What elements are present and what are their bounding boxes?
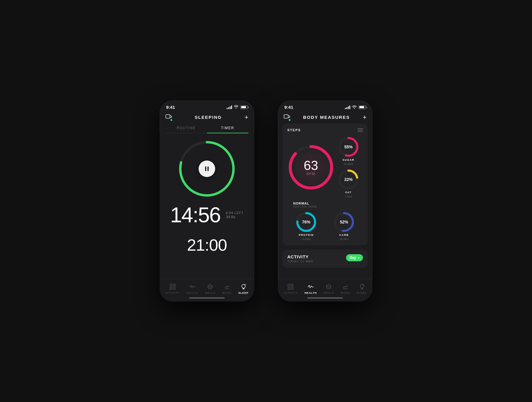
nav-items-2: ACTIVITY HEALTH: [278, 282, 372, 296]
status-bar-1: 9:41: [160, 100, 254, 112]
app-header-1: SLEEPING +: [160, 112, 254, 124]
status-dot-2: [289, 119, 291, 121]
nav-item-activity-1[interactable]: ACTIVITY: [163, 282, 182, 296]
header-title-1: SLEEPING: [195, 115, 222, 120]
nav-item-sleep-2[interactable]: SLEEP: [354, 282, 369, 296]
nav-label-activity-2: ACTIVITY: [283, 291, 298, 294]
phone-health: 9:41: [278, 100, 372, 302]
bpm-status: NORMAL RESTING MODE: [287, 202, 363, 208]
tabs-1: ROUTINE TIMER: [166, 124, 248, 133]
signal-icon-2: [345, 106, 350, 109]
wifi-icon-2: [352, 105, 357, 110]
protein-pct: 76%: [302, 220, 310, 224]
nav-item-meals-1[interactable]: MEALS: [203, 282, 218, 296]
svg-point-25: [327, 285, 331, 287]
timer-total: 21:00: [187, 235, 227, 255]
activity-icon-1: [169, 283, 176, 290]
nav-label-health-2: HEALTH: [304, 291, 317, 294]
protein-ring: 76%: [296, 212, 317, 232]
timer-left: 6:04 LEFT: [226, 211, 244, 215]
add-button-2[interactable]: +: [363, 114, 366, 121]
protein-value: 15.5MG: [301, 238, 311, 241]
svg-rect-24: [291, 287, 293, 289]
carb-ring: 52%: [334, 212, 354, 232]
bpm-normal-label: NORMAL: [293, 202, 363, 205]
carb-value: 25.3KG: [340, 238, 349, 241]
nav-label-work-2: WORK: [340, 291, 350, 294]
carb-label: CARB: [339, 234, 349, 236]
timer-row: 14:56 6:04 LEFT 34:8s: [160, 204, 254, 226]
svg-rect-4: [173, 284, 175, 286]
timer-sub: 34:8s: [226, 215, 235, 219]
phones-container: 9:41: [160, 100, 372, 302]
activity-title-block: ACTIVITY TODAY, 21 MAR: [287, 254, 313, 263]
svg-rect-10: [284, 115, 288, 118]
phone-sleeping: 9:41: [160, 100, 254, 302]
day-btn-label: Day: [350, 256, 356, 260]
sleep-icon-2: [358, 283, 365, 290]
sleep-icon-1: [240, 283, 247, 290]
home-indicator-2: [307, 297, 343, 299]
fat-pct: 22%: [344, 177, 353, 182]
svg-rect-6: [173, 287, 175, 289]
status-icons-2: [345, 105, 366, 110]
app-logo-icon[interactable]: [166, 114, 172, 121]
nav-label-health-1: HEALTH: [186, 291, 198, 294]
battery-icon: [240, 106, 248, 109]
bottom-nav-2: ACTIVITY HEALTH: [278, 279, 372, 302]
signal-icon: [227, 106, 232, 109]
fat-label: FAT: [346, 191, 352, 194]
nav-item-meals-2[interactable]: MEALS: [321, 282, 336, 296]
fat-circle: 22% FAT 7.5KG: [338, 169, 359, 198]
sugar-pct: 55%: [344, 145, 353, 149]
health-icon-1: [189, 283, 196, 290]
day-button[interactable]: Day ▾: [346, 254, 363, 261]
activity-icon-2: [287, 283, 294, 290]
nav-item-sleep-1[interactable]: SLEEP: [236, 282, 251, 296]
nav-item-health-2[interactable]: HEALTH: [302, 282, 319, 296]
work-icon-1: [223, 283, 231, 290]
sugar-ring: 55%: [338, 137, 359, 157]
wifi-icon: [234, 105, 239, 109]
nav-label-activity-1: ACTIVITY: [165, 291, 180, 294]
meals-icon-1: [207, 283, 214, 290]
health-content: STEPS: [278, 124, 372, 279]
sugar-label: SUGAR: [343, 158, 354, 161]
bpm-mode-label: RESTING MODE: [293, 205, 363, 208]
activity-card: ACTIVITY TODAY, 21 MAR Day ▾: [283, 249, 368, 268]
activity-title: ACTIVITY: [287, 254, 313, 259]
svg-rect-5: [170, 287, 172, 289]
tab-routine[interactable]: ROUTINE: [166, 124, 207, 133]
battery-icon-2: [359, 106, 366, 109]
svg-rect-0: [166, 115, 170, 118]
protein-circle: 76% PROTEIN 15.5MG: [296, 212, 317, 241]
menu-icon[interactable]: [358, 128, 363, 132]
home-indicator-1: [189, 297, 225, 299]
status-dot: [171, 119, 172, 121]
status-bar-2: 9:41: [278, 100, 372, 112]
steps-title: STEPS: [287, 128, 301, 132]
nav-item-health-1[interactable]: HEALTH: [184, 282, 201, 296]
nav-item-work-2[interactable]: WORK: [338, 282, 352, 296]
time-2: 9:41: [284, 105, 293, 110]
fat-value: 7.5KG: [345, 195, 352, 198]
nav-item-work-1[interactable]: WORK: [220, 282, 234, 296]
app-header-2: BODY MEASURES +: [278, 112, 372, 124]
bottom-nav-1: ACTIVITY HEALTH: [160, 279, 254, 302]
tab-timer[interactable]: TIMER: [207, 124, 248, 133]
pause-button[interactable]: [199, 161, 215, 177]
pause-icon: [205, 166, 209, 171]
work-icon-2: [342, 283, 349, 290]
add-button-1[interactable]: +: [244, 114, 248, 121]
bpm-value: 63: [304, 159, 318, 172]
nav-label-work-1: WORK: [222, 291, 232, 294]
steps-card: STEPS: [283, 124, 368, 245]
status-icons-1: [227, 105, 248, 109]
nav-item-activity-2[interactable]: ACTIVITY: [281, 282, 300, 296]
header-title-2: BODY MEASURES: [303, 115, 350, 120]
app-logo-icon-2[interactable]: [284, 114, 290, 121]
bottom-circles: 76% PROTEIN 15.5MG: [287, 212, 363, 241]
nav-label-meals-2: MEALS: [323, 291, 334, 294]
protein-label: PROTEIN: [299, 234, 314, 236]
timer-circle: [177, 139, 236, 198]
